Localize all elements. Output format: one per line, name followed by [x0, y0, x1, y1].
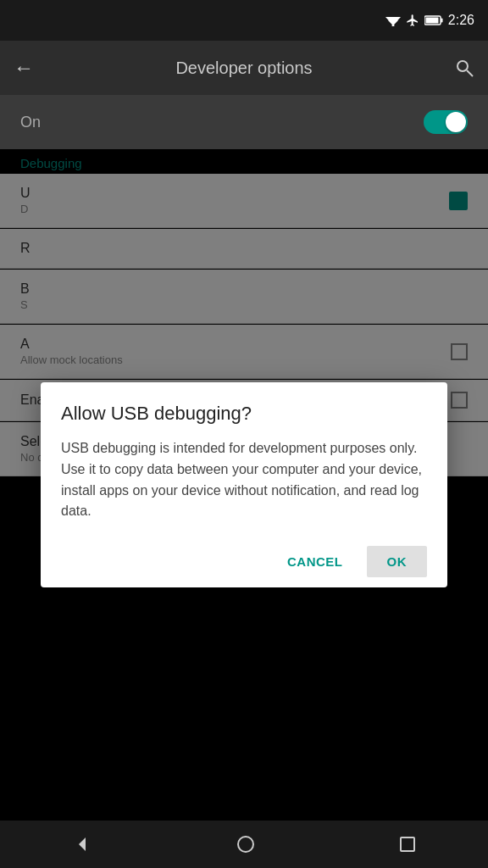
airplane-icon — [406, 14, 419, 27]
toggle-row[interactable]: On — [0, 95, 488, 149]
back-button[interactable]: ← — [14, 56, 34, 80]
toggle-label: On — [20, 114, 41, 131]
developer-options-toggle[interactable] — [424, 110, 468, 134]
toolbar: ← Developer options — [0, 41, 488, 95]
main-area: Debugging U D R B S A Allow mock locatio… — [0, 149, 488, 821]
usb-debugging-dialog: Allow USB debugging? USB debugging is in… — [41, 382, 447, 587]
dialog-title: Allow USB debugging? — [61, 403, 427, 425]
dialog-actions: CANCEL OK — [61, 542, 427, 577]
svg-point-9 — [238, 837, 253, 852]
battery-icon — [424, 15, 443, 25]
ok-button[interactable]: OK — [367, 546, 428, 577]
svg-point-6 — [458, 61, 468, 71]
nav-back-icon[interactable] — [72, 834, 92, 854]
toolbar-title: Developer options — [47, 58, 441, 78]
svg-rect-5 — [441, 19, 442, 23]
status-icons: 2:26 — [385, 13, 474, 28]
dialog-overlay: Allow USB debugging? USB debugging is in… — [0, 149, 488, 821]
svg-rect-10 — [401, 837, 414, 851]
nav-bar — [0, 821, 488, 868]
status-bar: 2:26 — [0, 0, 488, 41]
nav-home-icon[interactable] — [236, 834, 256, 854]
dialog-body: USB debugging is intended for developmen… — [61, 438, 427, 522]
svg-line-7 — [467, 70, 473, 76]
clock: 2:26 — [448, 13, 474, 28]
nav-recents-icon[interactable] — [399, 836, 416, 853]
svg-marker-8 — [79, 837, 86, 851]
wifi-icon — [385, 14, 401, 26]
search-icon[interactable] — [454, 58, 474, 78]
svg-rect-4 — [425, 18, 438, 24]
cancel-button[interactable]: CANCEL — [270, 546, 360, 577]
